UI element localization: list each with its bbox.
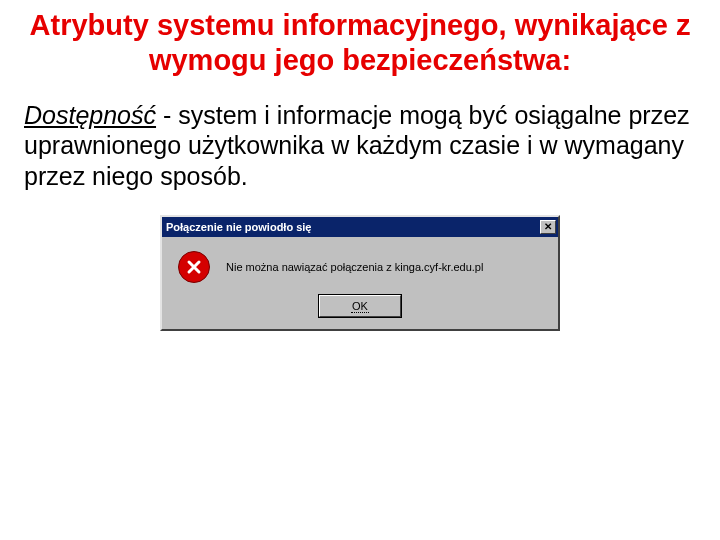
close-icon: ✕	[544, 221, 552, 232]
close-button[interactable]: ✕	[540, 220, 556, 234]
error-icon	[178, 251, 210, 283]
error-dialog: Połączenie nie powiodło się ✕ Nie można …	[160, 215, 560, 331]
dialog-message: Nie można nawiązać połączenia z kinga.cy…	[226, 261, 483, 273]
definition-term: Dostępność	[24, 101, 156, 129]
dialog-title: Połączenie nie powiodło się	[166, 221, 540, 233]
ok-button[interactable]: OK	[319, 295, 401, 317]
slide-heading: Atrybuty systemu informacyjnego, wynikaj…	[24, 8, 696, 78]
dialog-titlebar: Połączenie nie powiodło się ✕	[162, 217, 558, 237]
body-paragraph: Dostępność - system i informacje mogą by…	[24, 100, 696, 192]
ok-button-label: OK	[351, 300, 369, 313]
